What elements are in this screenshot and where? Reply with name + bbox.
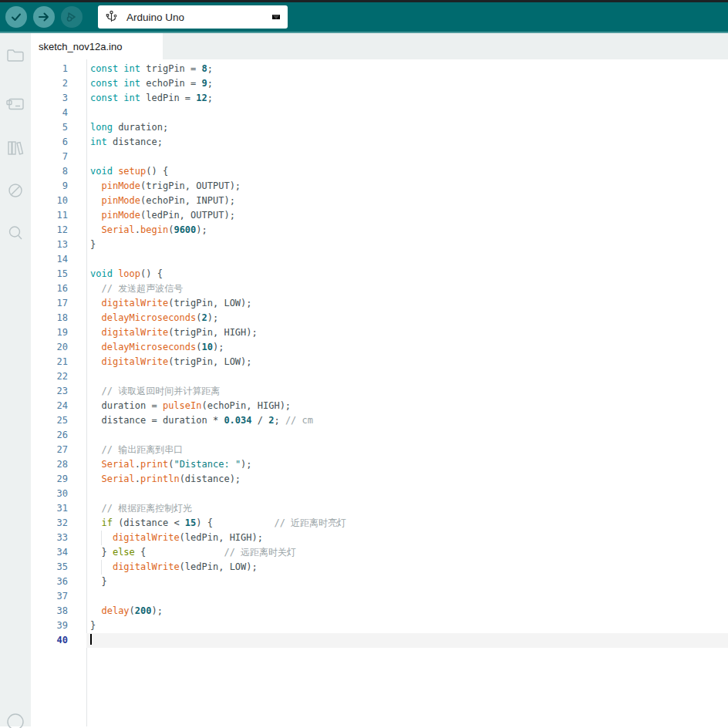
code-token: (ledPin, OUTPUT); (140, 210, 235, 221)
code-line[interactable]: 31 // 根据距离控制灯光 (31, 501, 728, 516)
code-line[interactable]: 1const int trigPin = 8; (31, 62, 728, 76)
code-token: const (90, 93, 118, 103)
code-line[interactable]: 15void loop() { (31, 267, 728, 281)
code-line[interactable]: 16 // 发送超声波信号 (31, 281, 728, 296)
code-line[interactable]: 9 pinMode(trigPin, OUTPUT); (31, 179, 728, 194)
library-manager-icon[interactable] (0, 133, 31, 163)
verify-button[interactable] (5, 6, 27, 28)
code-line[interactable]: 35 digitalWrite(ledPin, LOW); (31, 560, 728, 575)
code-token: // cm (285, 415, 313, 426)
code-line-text: const int trigPin = 8; (86, 62, 728, 76)
line-number: 37 (31, 589, 86, 604)
code-line[interactable]: 25 distance = duration * 0.034 / 2; // c… (31, 413, 728, 428)
code-token: 0.034 (224, 415, 251, 426)
arrow-right-icon (38, 11, 50, 23)
code-line[interactable]: 28 Serial.print("Distance: "); (31, 457, 728, 472)
code-token: (trigPin, LOW); (168, 298, 251, 308)
code-token: // 输出距离到串口 (101, 444, 183, 455)
activity-sidebar (0, 33, 31, 726)
code-line[interactable]: 8void setup() { (31, 164, 728, 179)
code-token: ); (196, 224, 207, 235)
code-token: digitalWrite (113, 561, 180, 572)
code-token: int (123, 93, 140, 103)
code-line-text: Serial.print("Distance: "); (86, 457, 728, 472)
code-line[interactable]: 12 Serial.begin(9600); (31, 223, 728, 238)
code-line-text: } else { // 远距离时关灯 (86, 545, 728, 560)
code-editor[interactable]: 1const int trigPin = 8;2const int echoPi… (31, 59, 728, 726)
code-line[interactable]: 23 // 读取返回时间并计算距离 (31, 384, 728, 399)
code-line[interactable]: 10 pinMode(echoPin, INPUT); (31, 194, 728, 208)
code-token (90, 459, 101, 470)
code-token: (trigPin, OUTPUT); (140, 180, 241, 191)
code-token: 10 (202, 342, 213, 352)
code-line[interactable]: 40 (31, 633, 728, 648)
code-token: // 读取返回时间并计算距离 (101, 386, 220, 396)
tab-sketch[interactable]: sketch_nov12a.ino (31, 33, 163, 59)
code-line[interactable]: 37 (31, 589, 728, 604)
code-token: ); (207, 312, 218, 323)
code-line[interactable]: 24 duration = pulseIn(echoPin, HIGH); (31, 399, 728, 413)
line-number: 2 (31, 76, 86, 91)
code-line[interactable]: 13} (31, 238, 728, 252)
line-number: 18 (31, 311, 86, 325)
code-line[interactable]: 39} (31, 618, 728, 633)
line-number: 7 (31, 150, 86, 164)
code-line-text: } (86, 238, 728, 252)
code-line[interactable]: 32 if (distance < 15) { // 近距离时亮灯 (31, 516, 728, 531)
code-line-text: // 根据距离控制灯光 (86, 501, 728, 516)
code-line[interactable]: 22 (31, 369, 728, 384)
sketchbook-folder-icon[interactable] (0, 40, 31, 71)
code-line[interactable]: 7 (31, 150, 728, 164)
line-number: 12 (31, 223, 86, 238)
account-icon[interactable] (0, 706, 31, 728)
line-number: 16 (31, 281, 86, 296)
code-line[interactable]: 17 digitalWrite(trigPin, LOW); (31, 296, 728, 311)
code-line-text (86, 106, 728, 120)
debug-button[interactable] (61, 6, 83, 28)
code-token (90, 356, 101, 367)
code-token: int (90, 136, 107, 147)
code-token: / (252, 415, 269, 426)
code-token: ( (196, 312, 201, 323)
boards-manager-icon[interactable] (0, 89, 31, 120)
upload-button[interactable] (33, 6, 55, 28)
code-line[interactable]: 27 // 输出距离到串口 (31, 443, 728, 457)
code-line[interactable]: 38 delay(200); (31, 604, 728, 618)
code-line[interactable]: 20 delayMicroseconds(10); (31, 340, 728, 355)
code-line[interactable]: 18 delayMicroseconds(2); (31, 311, 728, 325)
code-area: 1const int trigPin = 8;2const int echoPi… (31, 59, 728, 648)
code-line[interactable]: 2const int echoPin = 9; (31, 76, 728, 91)
code-token: 15 (185, 517, 196, 528)
code-line[interactable]: 30 (31, 487, 728, 501)
code-line[interactable]: 21 digitalWrite(trigPin, LOW); (31, 355, 728, 369)
code-line[interactable]: 6int distance; (31, 135, 728, 150)
code-line[interactable]: 36 } (31, 575, 728, 589)
code-line[interactable]: 11 pinMode(ledPin, OUTPUT); (31, 208, 728, 223)
code-token: ledPin = (140, 93, 196, 103)
code-line[interactable]: 5long duration; (31, 120, 728, 135)
code-line[interactable]: 19 digitalWrite(trigPin, HIGH); (31, 325, 728, 340)
code-line[interactable]: 14 (31, 252, 728, 267)
code-token: } (90, 576, 107, 587)
code-line[interactable]: 4 (31, 106, 728, 120)
code-token: () { (146, 166, 168, 177)
code-line[interactable]: 26 (31, 428, 728, 443)
code-line[interactable]: 29 Serial.println(distance); (31, 472, 728, 487)
code-token: ( (196, 342, 201, 352)
code-line-text: distance = duration * 0.034 / 2; // cm (86, 413, 728, 428)
code-line[interactable]: 33 digitalWrite(ledPin, HIGH); (31, 531, 728, 545)
code-token: loop (118, 268, 140, 279)
code-token: delayMicroseconds (101, 312, 196, 323)
code-line[interactable]: 34 } else { // 远距离时关灯 (31, 545, 728, 560)
code-token: void (90, 268, 113, 279)
search-icon[interactable] (0, 217, 31, 248)
code-token (90, 210, 101, 221)
code-line[interactable]: 3const int ledPin = 12; (31, 91, 728, 106)
debugger-icon[interactable] (0, 175, 31, 206)
code-token: pinMode (101, 180, 140, 191)
line-number: 28 (31, 457, 86, 472)
board-selector[interactable]: Arduino Uno (98, 5, 288, 29)
code-line-text: Serial.println(distance); (86, 472, 728, 487)
line-number: 1 (31, 62, 86, 76)
code-token: () { (140, 268, 163, 279)
